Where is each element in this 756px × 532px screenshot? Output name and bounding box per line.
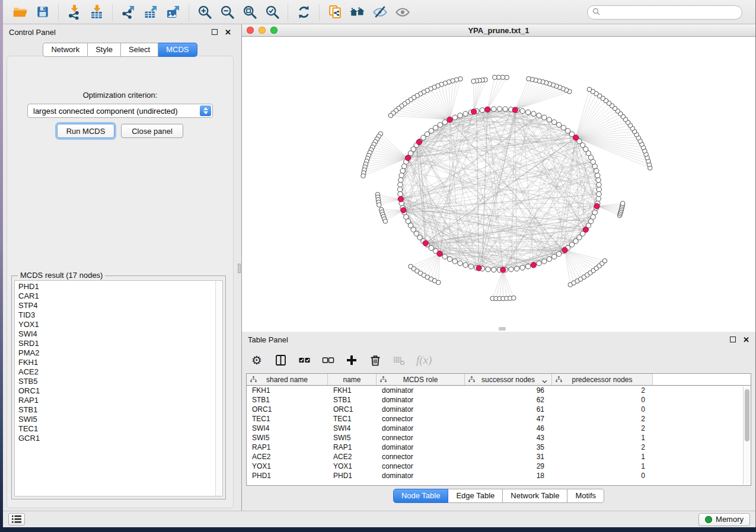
table-scrollbar-thumb[interactable] [745, 389, 749, 441]
deselect-all-columns-button[interactable] [321, 352, 334, 368]
memory-status-icon [705, 516, 712, 523]
run-mcds-button[interactable]: Run MCDS [57, 124, 114, 138]
search-input[interactable] [603, 8, 737, 17]
table-scrollbar[interactable] [743, 386, 751, 485]
network-titlebar: YPA_prune.txt_1 [242, 24, 755, 37]
zoom-fit-content-button[interactable] [238, 2, 261, 22]
float-panel-icon[interactable] [212, 29, 218, 35]
tab-node-table[interactable]: Node Table [393, 489, 449, 503]
tab-edge-table[interactable]: Edge Table [448, 489, 503, 503]
criterion-value: largest connected component (undirected) [33, 107, 178, 116]
import-network-file-button[interactable] [63, 2, 85, 22]
zoom-out-button[interactable] [216, 2, 238, 22]
table-row[interactable]: RAP1RAP1dominator352 [247, 443, 751, 452]
mcds-result-item[interactable]: PMA2 [18, 348, 222, 358]
mcds-result-item[interactable]: STB1 [18, 405, 222, 415]
cell-name: ORC1 [328, 405, 377, 414]
hide-selected-nodes-button[interactable] [369, 2, 391, 22]
mcds-result-item[interactable]: TEC1 [18, 424, 222, 434]
table-row[interactable]: PHD1PHD1dominator180 [247, 471, 751, 480]
cell-name: YOX1 [328, 462, 377, 470]
show-all-nodes-button[interactable] [391, 2, 414, 22]
export-network-button[interactable] [117, 2, 139, 22]
toolbar-separator [319, 3, 320, 21]
column-label: MCDS role [403, 376, 438, 384]
mcds-result-item[interactable]: FKH1 [18, 358, 222, 367]
mcds-result-item[interactable]: ORC1 [18, 386, 222, 396]
mcds-result-item[interactable]: YOX1 [18, 320, 222, 329]
column-header-shared-name[interactable]: shared name [247, 374, 328, 385]
table-row[interactable]: ORC1ORC1dominator610 [247, 405, 751, 414]
criterion-dropdown[interactable]: largest connected component (undirected) [27, 104, 213, 118]
cell-predecessor-nodes: 1 [552, 462, 653, 470]
copy-network-button[interactable] [324, 2, 346, 22]
mcds-result-item[interactable]: STP4 [18, 301, 222, 310]
table-row[interactable]: SWI4SWI4dominator462 [247, 424, 751, 433]
tab-network-table[interactable]: Network Table [503, 489, 567, 503]
mcds-result-item[interactable]: SRD1 [18, 339, 222, 348]
zoom-selected-region-button[interactable] [261, 2, 283, 22]
column-settings-gear-button[interactable]: ⚙ [250, 352, 263, 368]
select-all-columns-button[interactable] [298, 352, 311, 368]
delete-columns-button[interactable] [369, 352, 382, 368]
tab-select[interactable]: Select [121, 43, 158, 57]
tab-network[interactable]: Network [43, 43, 88, 57]
toolbar-separator [58, 3, 59, 21]
mcds-result-item[interactable]: ACE2 [18, 367, 222, 377]
cell-successor-nodes: 35 [465, 443, 552, 451]
table-row[interactable]: ACE2ACE2connector311 [247, 452, 751, 462]
column-header-name[interactable]: name [328, 374, 377, 385]
task-history-button[interactable] [8, 513, 25, 525]
network-hscroll-thumb[interactable] [499, 327, 506, 331]
cell-predecessor-nodes: 2 [552, 386, 653, 395]
cell-name: SWI4 [328, 424, 377, 432]
main-toolbar [3, 0, 755, 24]
tab-style[interactable]: Style [88, 43, 121, 57]
open-file-button[interactable] [9, 2, 31, 22]
save-session-button[interactable] [31, 2, 54, 22]
close-panel-button[interactable]: Close panel [121, 124, 183, 138]
shared-column-icon [556, 376, 562, 384]
first-neighbors-button[interactable] [346, 2, 369, 22]
create-new-column-button[interactable] [345, 352, 358, 368]
table-row[interactable]: FKH1FKH1dominator962 [247, 386, 751, 395]
network-canvas[interactable] [242, 37, 755, 332]
mcds-result-item[interactable]: SWI5 [18, 415, 222, 424]
apply-preferred-layout-button[interactable] [292, 2, 315, 22]
import-table-file-button[interactable] [85, 2, 108, 22]
vertical-splitter[interactable] [237, 24, 242, 511]
search-icon [592, 7, 600, 18]
network-graph[interactable] [242, 37, 755, 331]
table-row[interactable]: TEC1TEC1connector472 [247, 414, 751, 424]
mcds-result-item[interactable]: CAR1 [18, 291, 222, 301]
control-panel-header: Control Panel ✕ [3, 24, 237, 40]
mcds-result-item[interactable]: GCR1 [18, 434, 222, 443]
mcds-result-item[interactable]: SWI4 [18, 329, 222, 339]
export-table-button[interactable] [139, 2, 162, 22]
optimization-criterion-label: Optimization criterion: [7, 91, 233, 100]
mcds-result-list[interactable]: PHD1CAR1STP4TID3YOX1SWI4SRD1PMA2FKH1ACE2… [14, 280, 223, 496]
search-box[interactable] [587, 5, 742, 20]
column-header-successor-nodes[interactable]: successor nodes [465, 374, 552, 385]
table-row[interactable]: SWI5SWI5connector431 [247, 433, 751, 443]
export-image-button[interactable] [162, 2, 184, 22]
mcds-result-item[interactable]: RAP1 [18, 396, 222, 405]
column-header-mcds-role[interactable]: MCDS role [377, 374, 465, 385]
table-row[interactable]: YOX1YOX1connector291 [247, 462, 751, 471]
column-header-predecessor-nodes[interactable]: predecessor nodes [552, 374, 653, 385]
cell-shared-name: YOX1 [247, 462, 328, 470]
float-table-panel-icon[interactable] [730, 336, 736, 342]
mcds-result-item[interactable]: PHD1 [18, 282, 222, 291]
tab-motifs[interactable]: Motifs [567, 489, 604, 503]
mcds-result-item[interactable]: TID3 [18, 310, 222, 320]
show-columns-button[interactable] [274, 352, 287, 368]
mcds-result-item[interactable]: STB5 [18, 377, 222, 386]
splitter-handle[interactable] [238, 264, 241, 273]
zoom-in-button[interactable] [193, 2, 216, 22]
tab-mcds[interactable]: MCDS [158, 43, 197, 57]
close-panel-icon[interactable]: ✕ [225, 28, 231, 36]
memory-button[interactable]: Memory [698, 513, 750, 526]
mcds-list-scrollbar[interactable] [215, 281, 222, 496]
table-row[interactable]: STB1STB1dominator620 [247, 395, 751, 405]
close-table-panel-icon[interactable]: ✕ [743, 336, 749, 344]
